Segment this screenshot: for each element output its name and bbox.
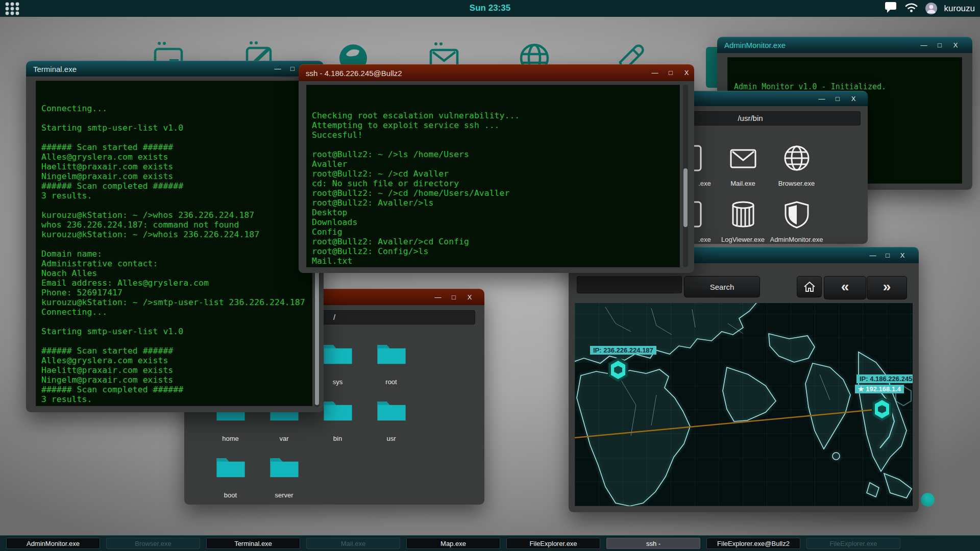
minimize-button[interactable]: — [920,42,927,49]
terminal-line: kurouzu@kStation: ~ />smtp-user-list 236… [41,297,312,307]
maximize-button[interactable]: □ [667,69,674,77]
maximize-button[interactable]: □ [289,65,296,72]
folder-item[interactable]: root [364,340,418,396]
terminal-line: Bank.txt [312,266,679,267]
desktop-circle-icon[interactable] [921,493,935,507]
map-marker[interactable] [870,396,894,424]
folder-icon [269,455,300,478]
map-marker[interactable] [606,357,630,385]
close-button[interactable]: X [466,294,473,301]
terminal-line: Connecting... [41,307,312,317]
maximize-button[interactable]: □ [884,252,891,259]
terminal-line: root@Bullz2: Avaller/>cd Config [312,237,679,246]
window-title: Terminal.exe [33,65,77,73]
ip-badge[interactable]: IP: 236.226.224.187 [590,346,656,355]
search-button[interactable]: Search [684,276,760,297]
folder-label: boot [224,491,237,499]
terminal-line: Haelitt@praxair.com exists [41,365,312,375]
maximize-button[interactable]: □ [450,294,457,301]
folder-label: var [279,435,288,442]
ip-badge[interactable]: IP: 4.186.226.245 [856,374,913,383]
folder-icon [323,341,353,365]
folder-label: home [222,435,239,442]
home-button[interactable] [797,276,822,297]
minimize-button[interactable]: — [651,69,658,77]
maximize-button[interactable]: □ [834,95,841,103]
folder-icon [215,455,246,478]
grid-menu-icon [4,2,20,16]
folder-icon [376,398,407,421]
window-title: ssh - 4.186.226.245@Bullz2 [306,69,402,78]
terminal-line: 3 results. [41,394,312,404]
back-button[interactable]: « [824,276,866,299]
map-landmass [575,303,913,506]
maximize-button[interactable]: □ [936,42,943,49]
ssh-titlebar[interactable]: ssh - 4.186.226.245@Bullz2 — □ X [299,64,694,81]
file-label: .exe [698,236,711,243]
taskbar-item-fileexplorer-bullz2[interactable]: FileExplorer.exe@Bullz2 [706,538,800,549]
terminal-titlebar[interactable]: Terminal.exe — □ X [26,61,324,77]
file-item[interactable]: LogViewer.exe [716,200,770,244]
close-button[interactable]: X [850,95,857,103]
terminal-line: kurouzu@kStation: ~ />whos 236.226.224.1… [41,210,312,220]
taskbar-item-adminmonitor[interactable]: AdminMonitor.exe [6,538,100,549]
admin-monitor-titlebar[interactable]: AdminMonitor.exe — □ X [717,37,972,53]
taskbar-item-fileexplorer2[interactable]: FileExplorer.exe [806,538,900,549]
close-button[interactable]: X [899,252,906,259]
world-map[interactable]: IP: 236.226.224.187 IP: 4.186.226.245 ★ … [575,303,913,506]
taskbar-item-ssh[interactable]: ssh - [606,538,700,549]
terminal-line: root@Bullz2: ~ />ls /home/Users [312,149,679,159]
folder-icon [323,398,353,421]
home-icon [803,281,816,293]
app-launcher-button[interactable] [4,2,20,18]
terminal-line: Ningelm@praxair.com exists [41,171,312,181]
chat-icon[interactable] [884,2,897,15]
minimize-button[interactable]: — [274,65,281,72]
file-label: AdminMonitor.exe [770,236,823,243]
terminal-line: Phone: 526917417 [41,288,312,297]
terminal-line: ###### Scan started ###### [41,142,312,152]
forward-button[interactable]: » [867,276,907,299]
terminal-line [41,239,312,249]
folder-item[interactable]: server [257,453,311,510]
taskbar-item-browser[interactable]: Browser.exe [106,538,200,549]
map-address-input[interactable] [577,276,682,293]
terminal-line: root@Bullz2: Avaller/>ls [312,198,679,208]
ssh-terminal-output[interactable]: Checking root escalation vulnerability..… [306,85,680,267]
node-marker-icon [870,396,894,422]
window-title: AdminMonitor.exe [724,41,786,49]
terminal-line: ###### Scan completed ###### [41,385,312,394]
terminal-line [41,317,312,327]
terminal-line: Starting smtp-user-list v1.0 [41,327,312,336]
terminal-line: Downloads [312,217,679,227]
file-item[interactable]: AdminMonitor.exe [770,200,823,244]
close-button[interactable]: X [683,69,690,77]
file-item[interactable]: Browser.exe [770,144,823,200]
user-avatar[interactable] [925,3,937,14]
folder-item[interactable]: boot [204,453,257,510]
terminal-line: kurouzu@kStation: ~ />whois 236.226.224.… [41,230,312,239]
terminal-line: Administrative contact: [41,259,312,268]
file-item[interactable]: Mail.exe [716,144,770,200]
terminal-line: ###### Scan started ###### [41,346,312,356]
taskbar-item-fileexplorer[interactable]: FileExplorer.exe [506,538,600,549]
terminal-line: Config [312,227,679,237]
taskbar-item-terminal[interactable]: Terminal.exe [206,538,300,549]
taskbar-item-map[interactable]: Map.exe [406,538,500,549]
ssh-scrollbar[interactable] [683,85,688,267]
terminal-output[interactable]: Connecting... Starting smtp-user-list v1… [36,81,312,406]
taskbar-item-mail[interactable]: Mail.exe [306,538,400,549]
username-label[interactable]: kurouzu [944,4,975,14]
terminal-line: Domain name: [41,249,312,259]
scrollbar-thumb[interactable] [683,168,688,227]
browser-exe-icon [782,144,811,172]
folder-item[interactable]: usr [364,396,418,453]
folder-label: root [385,378,397,386]
minimize-button[interactable]: — [818,95,825,103]
minimize-button[interactable]: — [434,294,442,301]
minimize-button[interactable]: — [869,252,876,259]
close-button[interactable]: X [952,42,959,49]
map-window: — □ X Search « » [569,247,919,512]
favorite-ip-badge[interactable]: ★ 192.168.1.4 [855,385,904,393]
wifi-icon[interactable] [904,2,918,15]
